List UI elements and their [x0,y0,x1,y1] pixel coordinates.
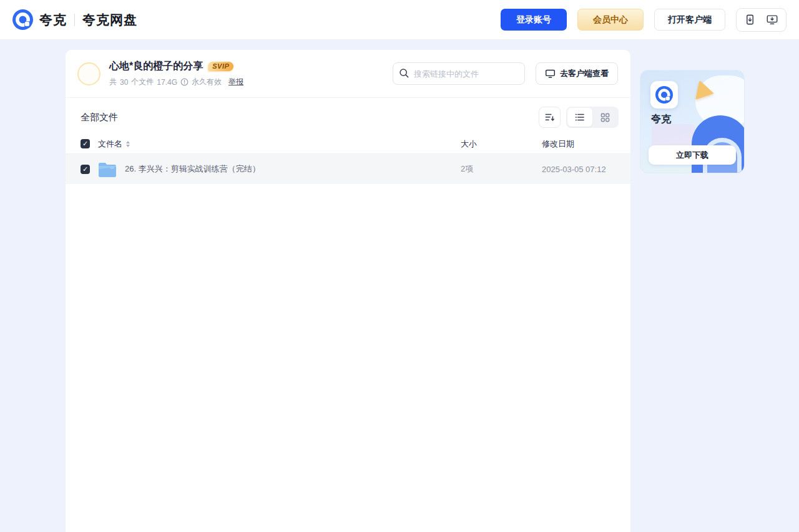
file-count: 30 [120,78,128,87]
total-size: 17.4G [157,78,177,87]
top-bar: 夸克 夸克网盘 登录账号 会员中心 打开客户端 [0,0,799,40]
download-now-button[interactable]: 立即下载 [649,145,736,165]
report-link[interactable]: 举报 [228,77,243,87]
file-count-suffix: 个文件 [131,77,154,87]
vip-center-button[interactable]: 会员中心 [577,9,644,31]
desktop-app-download-icon[interactable] [766,14,778,26]
view-mode-toggle [566,107,619,128]
sort-order-button[interactable] [539,107,561,128]
folder-icon [97,161,117,178]
column-modified-label[interactable]: 修改日期 [542,138,615,150]
monitor-icon [545,69,556,79]
mobile-app-download-icon[interactable] [744,14,756,26]
column-name-label[interactable]: 文件名 [98,138,122,150]
file-name[interactable]: 26. 李兴兴：剪辑实战训练营（完结） [125,163,260,175]
info-icon [180,78,189,86]
view-in-client-button[interactable]: 去客户端查看 [536,62,618,85]
row-checkbox[interactable]: ✓ [81,165,90,174]
share-actions: 去客户端查看 [393,62,618,85]
promo-app-name: 夸克 [651,113,671,126]
quark-app-icon [650,81,678,109]
view-in-client-label: 去客户端查看 [560,68,609,79]
select-all-checkbox[interactable]: ✓ [81,139,90,148]
search-input[interactable] [393,62,525,85]
app-download-card: 夸克 立即下载 [640,70,745,173]
sharer-avatar [77,62,100,85]
svip-badge: SVIP [208,62,233,71]
share-meta: 共 30 个文件 17.4G 永久有效 举报 [109,77,243,87]
brand[interactable]: 夸克 夸克网盘 [12,9,137,30]
download-apps-group [736,8,787,32]
name-sort-arrows-icon[interactable] [126,141,130,147]
brand-app-name: 夸克 [39,11,67,29]
section-title: 全部文件 [81,112,118,123]
validity-label: 永久有效 [192,77,222,87]
view-tools [539,107,619,128]
brand-divider [74,14,75,26]
quark-logo-icon [12,9,33,30]
file-size: 2项 [461,163,542,175]
top-bar-actions: 登录账号 会员中心 打开客户端 [501,8,787,32]
share-content-panel: 心地*良的橙子的分享 SVIP 共 30 个文件 17.4G 永久有效 举报 [66,50,630,532]
list-view-button[interactable] [567,108,592,127]
file-table-header: ✓ 文件名 大小 修改日期 [66,134,630,154]
search-box [393,62,525,85]
file-row[interactable]: ✓ 26. 李兴兴：剪辑实战训练营（完结） 2项 2025-03-05 07:1… [66,154,630,184]
file-modified-date: 2025-03-05 07:12 [542,165,615,174]
column-size-label[interactable]: 大小 [461,138,542,150]
share-info: 心地*良的橙子的分享 SVIP 共 30 个文件 17.4G 永久有效 举报 [109,60,243,87]
brand-product-name: 夸克网盘 [82,11,137,29]
login-button[interactable]: 登录账号 [501,9,567,31]
open-client-button[interactable]: 打开客户端 [654,9,725,31]
share-title: 心地*良的橙子的分享 [109,60,203,73]
file-count-prefix: 共 [109,77,117,87]
file-section-header: 全部文件 [66,98,630,134]
grid-view-button[interactable] [592,108,617,127]
share-header: 心地*良的橙子的分享 SVIP 共 30 个文件 17.4G 永久有效 举报 [66,50,630,98]
